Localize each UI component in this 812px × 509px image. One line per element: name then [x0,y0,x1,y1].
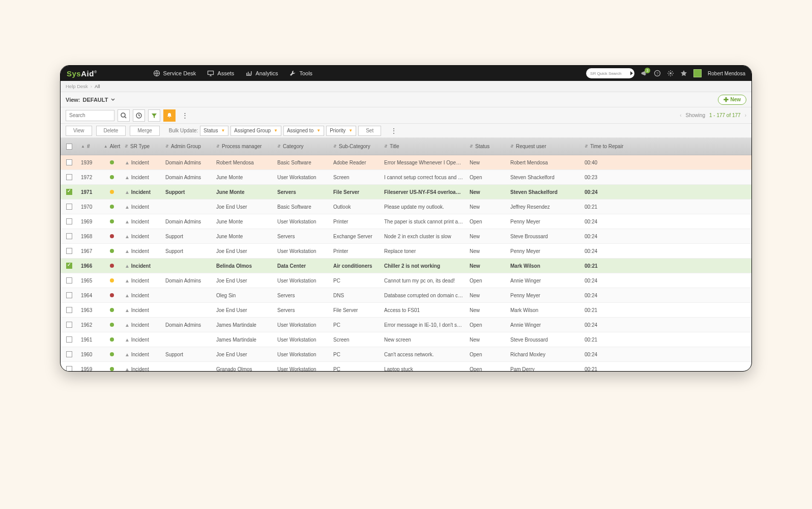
row-checkbox[interactable] [66,351,72,357]
table-row[interactable]: 1962▲ IncidentDomain AdminsJames Martind… [61,318,751,332]
row-id: 1964 [78,293,102,298]
settings-button[interactable] [667,70,674,77]
table-row[interactable]: 1965▲ IncidentDomain AdminsJoe End UserU… [61,273,751,288]
nav-service-desk[interactable]: Service Desk [153,70,196,77]
row-checkbox[interactable] [66,307,72,313]
bulk-status-dropdown[interactable]: Status▼ [200,126,228,136]
sort-icon: ⇵ [510,144,514,149]
row-checkbox[interactable] [66,263,72,269]
table-row[interactable]: 1966▲ IncidentBelinda OlmosData CenterAi… [61,259,751,273]
refresh-button[interactable] [133,109,145,122]
row-time-to-repair: 00:21 [582,204,627,210]
sort-icon: ⇵ [216,144,220,149]
notifications-button[interactable]: 3 [641,70,648,77]
bulk-assigned-group-dropdown[interactable]: Assigned Group▼ [230,126,281,136]
table-row[interactable]: 1959▲ IncidentGranado OlmosUser Workstat… [61,362,751,371]
col-alert[interactable]: ▲Alert [102,138,122,155]
nav-tools[interactable]: Tools [289,70,312,77]
page-next[interactable]: › [745,112,746,118]
status-dot-icon [110,323,114,327]
view-button[interactable]: View [66,126,92,136]
table-row[interactable]: 1964▲ IncidentOleg SinServersDNSDatabase… [61,288,751,303]
row-checkbox[interactable] [66,277,72,284]
row-checkbox[interactable] [66,292,72,298]
col-category[interactable]: ⇵Category [274,138,330,155]
row-checkbox[interactable] [66,159,72,165]
row-request-user: Annie Winger [507,322,582,328]
row-checkbox[interactable] [66,233,72,239]
bulk-priority-dropdown[interactable]: Priority▼ [326,126,356,136]
table-row[interactable]: 1967▲ IncidentSupportJoe End UserUser Wo… [61,244,751,259]
row-checkbox[interactable] [66,248,72,254]
row-category: User Workstation [274,366,330,372]
nav-analytics[interactable]: Analytics [245,70,278,77]
ticket-table[interactable]: ▲# ▲Alert ⇵SR Type ⇵Admin Group ⇵Process… [61,138,751,371]
toolbar-more-button[interactable]: ⋮ [179,109,191,122]
col-process-manager[interactable]: ⇵Process manager [213,138,274,155]
caret-down-icon: ▼ [221,128,225,133]
row-id: 1963 [78,307,102,313]
nav-assets[interactable]: Assets [207,70,234,77]
row-request-user: Mark Wilson [507,263,582,269]
row-checkbox[interactable] [66,322,72,328]
col-request-user[interactable]: ⇵Request user [507,138,582,155]
row-process-manager: June Monte [213,234,274,239]
username-label[interactable]: Robert Mendosa [708,71,745,76]
col-id[interactable]: ▲# [78,138,102,155]
bulk-update: Bulk Update: Status▼ Assigned Group▼ Ass… [169,126,381,136]
globe-icon [153,70,160,77]
row-checkbox[interactable] [66,336,72,343]
bulk-assigned-to-dropdown[interactable]: Assigned to▼ [283,126,324,136]
col-time-to-repair[interactable]: ⇵Time to Repair [582,138,627,155]
table-row[interactable]: 1971▲ IncidentSupportJune MonteServersFi… [61,185,751,200]
select-all-checkbox[interactable] [66,144,72,150]
alerts-button[interactable] [163,109,176,122]
breadcrumb-root[interactable]: Help Desk [66,83,88,89]
table-row[interactable]: 1963▲ IncidentJoe End UserServersFile Se… [61,303,751,318]
action-more-button[interactable]: ⋮ [390,127,397,135]
bulk-group-label: Assigned Group [234,128,271,133]
status-dot-icon [110,337,114,342]
merge-button[interactable]: Merge [130,126,159,136]
row-checkbox[interactable] [66,204,72,210]
col-sr-type[interactable]: ⇵SR Type [122,138,162,155]
row-checkbox[interactable] [66,174,72,180]
caret-right-icon [630,71,633,75]
row-title: Error message in IE-10, I don't see this… [381,322,467,328]
view-label: View: [66,97,80,103]
col-status[interactable]: ⇵Status [467,138,507,155]
col-select[interactable] [61,138,78,155]
row-id: 1961 [78,337,102,343]
view-selector[interactable]: View: DEFAULT [66,97,115,103]
delete-button[interactable]: Delete [96,126,126,136]
table-row[interactable]: 1969▲ IncidentDomain AdminsJune MonteUse… [61,214,751,229]
page-prev[interactable]: ‹ [680,112,681,118]
row-status: Open [467,278,507,284]
table-row[interactable]: 1939▲ IncidentDomain AdminsRobert Mendos… [61,155,751,170]
search-input[interactable] [66,110,114,121]
row-title: Database corrupted on domain controller [381,293,467,298]
col-title[interactable]: ⇵Title [381,138,467,155]
notif-badge: 3 [645,68,650,73]
row-process-manager: Joe End User [213,307,274,313]
row-checkbox[interactable] [66,366,72,371]
row-category: User Workstation [274,248,330,254]
col-admin-group[interactable]: ⇵Admin Group [162,138,213,155]
filter-button[interactable] [148,109,160,122]
table-row[interactable]: 1972▲ IncidentDomain AdminsJune MonteUse… [61,170,751,185]
bulk-set-button[interactable]: Set [358,126,381,136]
favorite-button[interactable] [680,70,687,77]
row-checkbox[interactable] [66,189,72,195]
table-row[interactable]: 1960▲ IncidentSupportJoe End UserUser Wo… [61,347,751,362]
table-row[interactable]: 1970▲ IncidentJoe End UserBasic Software… [61,200,751,214]
table-row[interactable]: 1968▲ IncidentSupportJune MonteServersEx… [61,229,751,244]
col-sub-category[interactable]: ⇵Sub-Category [330,138,381,155]
search-button[interactable] [118,109,130,122]
row-alert [102,308,122,312]
help-button[interactable]: ? [654,70,661,77]
new-button[interactable]: ✚ New [718,95,746,105]
table-row[interactable]: 1961▲ IncidentJames MartindaleUser Works… [61,332,751,347]
user-avatar[interactable] [693,69,702,77]
row-checkbox[interactable] [66,218,72,224]
quick-search[interactable]: SR Quick Search [586,68,634,78]
